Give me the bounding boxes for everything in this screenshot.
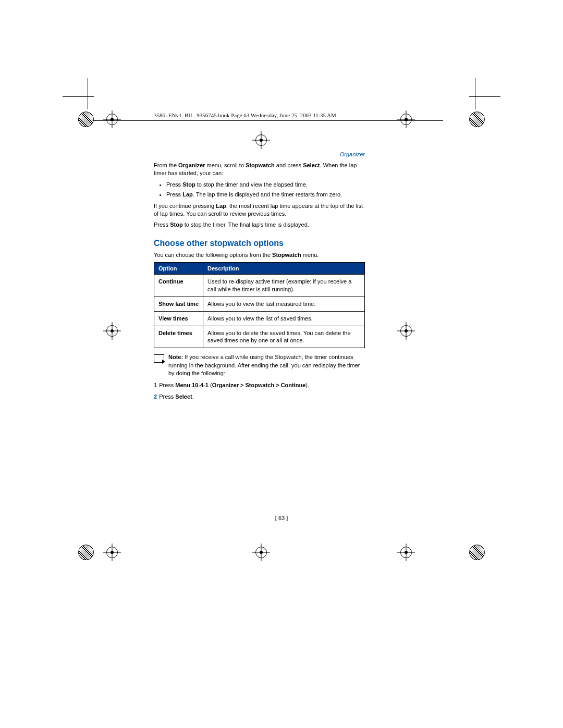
note-icon (154, 354, 164, 363)
table-row: Delete times Allows you to delete the sa… (154, 326, 365, 348)
note-text: Note: If you receive a call while using … (168, 353, 365, 377)
stop-paragraph: Press Stop to stop the timer. The final … (154, 221, 365, 229)
crop-line (475, 78, 475, 109)
table-row: Continue Used to re-display active timer… (154, 275, 365, 297)
table-header-description: Description (203, 263, 365, 275)
table-header-option: Option (154, 263, 203, 275)
intro-paragraph: From the Organizer menu, scroll to Stopw… (154, 162, 365, 178)
registration-mark (106, 114, 118, 125)
list-item: 2Press Select. (154, 393, 365, 401)
crop-ornament (78, 545, 94, 560)
crop-ornament (469, 112, 485, 127)
crop-line (63, 96, 94, 97)
registration-mark (400, 325, 412, 337)
registration-mark (400, 114, 412, 125)
list-item: Press Lap. The lap time is displayed and… (166, 191, 365, 199)
section-heading: Choose other stopwatch options (154, 239, 365, 248)
list-item: 1Press Menu 10-4-1 (Organizer > Stopwatc… (154, 381, 365, 389)
crop-ornament (469, 545, 485, 560)
crop-line (469, 96, 500, 97)
steps-list: 1Press Menu 10-4-1 (Organizer > Stopwatc… (154, 381, 365, 401)
registration-mark (255, 134, 267, 146)
note-block: Note: If you receive a call while using … (154, 353, 365, 377)
table-row: View times Allows you to view the list o… (154, 311, 365, 326)
crop-ornament (78, 112, 94, 127)
registration-mark (106, 547, 118, 558)
subtext: You can choose the following options fro… (154, 251, 365, 259)
list-item: Press Stop to stop the timer and view th… (166, 181, 365, 189)
registration-mark (106, 325, 118, 337)
page-number: [ 63 ] (0, 515, 563, 521)
book-header-line: 3586i.ENv1_BIL_9356745.book Page 63 Wedn… (154, 112, 336, 118)
registration-mark (255, 547, 267, 558)
page-content: Organizer From the Organizer menu, scrol… (154, 151, 365, 404)
options-table: Option Description Continue Used to re-d… (154, 262, 365, 348)
table-row: Show last time Allows you to view the la… (154, 297, 365, 311)
lap-paragraph: If you continue pressing Lap, the most r… (154, 202, 365, 218)
bullet-list: Press Stop to stop the timer and view th… (154, 181, 365, 199)
section-label: Organizer (154, 151, 365, 157)
crop-line (88, 78, 88, 109)
header-rule (78, 120, 443, 121)
registration-mark (400, 547, 412, 558)
